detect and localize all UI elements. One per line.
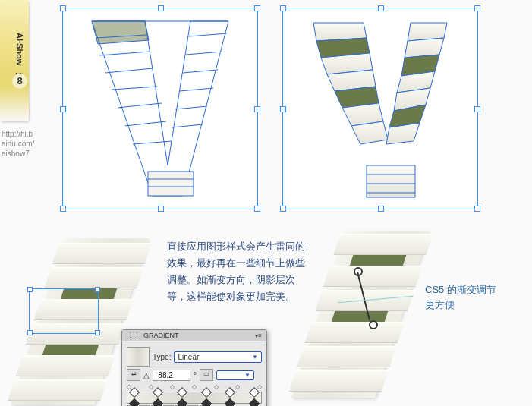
callout-text: CS5 的渐变调节更方便 — [425, 282, 501, 312]
panel-body: Type: Linear ▼ ⇄ △ ° ▭ ▼ ◇◇◇◇◇◇◇ — [122, 341, 266, 406]
resize-handle[interactable] — [280, 206, 286, 212]
resize-handle[interactable] — [280, 106, 286, 112]
aspect-select[interactable]: ▼ — [216, 370, 254, 380]
resize-handle[interactable] — [158, 5, 164, 11]
source-url: http://hi.b aidu.com/ aishow7 — [2, 129, 34, 159]
reverse-icon[interactable]: ⇄ — [127, 369, 140, 381]
resize-handle[interactable] — [254, 5, 260, 11]
url-3: aishow7 — [2, 149, 30, 158]
panel-header[interactable]: ⋮⋮ GRADIENT ▾≡ — [122, 330, 266, 341]
dropdown-arrow-icon: ▼ — [252, 354, 258, 360]
resize-handle[interactable] — [254, 206, 260, 212]
svg-line-5 — [118, 103, 162, 108]
svg-line-4 — [112, 87, 157, 90]
svg-marker-0 — [92, 21, 149, 44]
resize-handle[interactable] — [60, 206, 66, 212]
resize-handle[interactable] — [378, 5, 384, 11]
gradient-preview[interactable] — [127, 347, 150, 367]
resize-handle[interactable] — [27, 287, 33, 292]
url-1: http://hi.b — [2, 130, 33, 138]
panel-grip-icon[interactable]: ⋮⋮ — [127, 332, 140, 339]
gradient-panel[interactable]: ⋮⋮ GRADIENT ▾≡ Type: Linear ▼ ⇄ △ ° — [121, 329, 267, 406]
gradient-end-handle[interactable] — [369, 320, 378, 329]
bottom-section: 直接应用图形样式会产生雷同的效果，最好再在一些细节上做些调整。如渐变方向，阴影层… — [0, 231, 532, 406]
gradient-slider[interactable] — [127, 392, 262, 404]
bandage-sample-right — [291, 231, 429, 398]
angle-input[interactable] — [153, 370, 190, 381]
resize-handle[interactable] — [60, 106, 66, 112]
tutorial-badge: AI·Show绘谈 8 — [0, 0, 29, 121]
resize-handle[interactable] — [27, 330, 33, 335]
selection-small[interactable] — [29, 288, 99, 334]
step-number: 8 — [12, 74, 27, 89]
type-select[interactable]: Linear ▼ — [174, 351, 262, 363]
svg-line-3 — [105, 68, 153, 73]
resize-handle[interactable] — [474, 5, 480, 11]
letter-v-styled — [297, 14, 464, 203]
letter-v-wireframe — [77, 14, 244, 203]
panel-title: GRADIENT — [143, 332, 179, 339]
svg-line-10 — [183, 70, 218, 73]
resize-handle[interactable] — [158, 206, 164, 212]
opacity-stops-row: ◇◇◇◇◇◇◇ — [127, 383, 262, 390]
description-text: 直接应用图形样式会产生雷同的效果，最好再在一些细节上做些调整。如渐变方向，阴影层… — [167, 238, 307, 305]
svg-line-7 — [133, 141, 172, 144]
resize-handle[interactable] — [60, 5, 66, 11]
artboard-left[interactable] — [61, 6, 260, 211]
svg-line-6 — [125, 121, 166, 126]
svg-line-8 — [189, 33, 227, 36]
type-value: Linear — [178, 353, 199, 361]
badge-text: AI·Show绘谈 — [15, 33, 24, 65]
panel-menu-icon[interactable]: ▾≡ — [255, 332, 262, 339]
resize-handle[interactable] — [280, 5, 286, 11]
angle-unit: ° — [194, 371, 197, 379]
svg-line-2 — [99, 52, 150, 55]
svg-line-9 — [186, 52, 222, 55]
type-label: Type: — [153, 353, 171, 361]
resize-handle[interactable] — [378, 206, 384, 212]
resize-handle[interactable] — [474, 106, 480, 112]
resize-handle[interactable] — [254, 106, 260, 112]
resize-handle[interactable] — [95, 287, 100, 292]
sidebar: AI·Show绘谈 8 http://hi.b aidu.com/ aishow… — [0, 0, 34, 121]
svg-rect-14 — [148, 172, 194, 196]
svg-line-12 — [175, 106, 207, 109]
svg-line-13 — [172, 124, 203, 127]
artboard-right[interactable] — [281, 6, 480, 211]
resize-handle[interactable] — [474, 206, 480, 212]
svg-marker-23 — [351, 121, 388, 144]
angle-icon: △ — [143, 371, 150, 379]
svg-line-11 — [180, 88, 213, 91]
resize-handle[interactable] — [95, 330, 100, 335]
url-2: aidu.com/ — [2, 140, 34, 148]
page-root: AI·Show绘谈 8 http://hi.b aidu.com/ aishow… — [0, 0, 532, 406]
aspect-icon[interactable]: ▭ — [200, 369, 213, 381]
